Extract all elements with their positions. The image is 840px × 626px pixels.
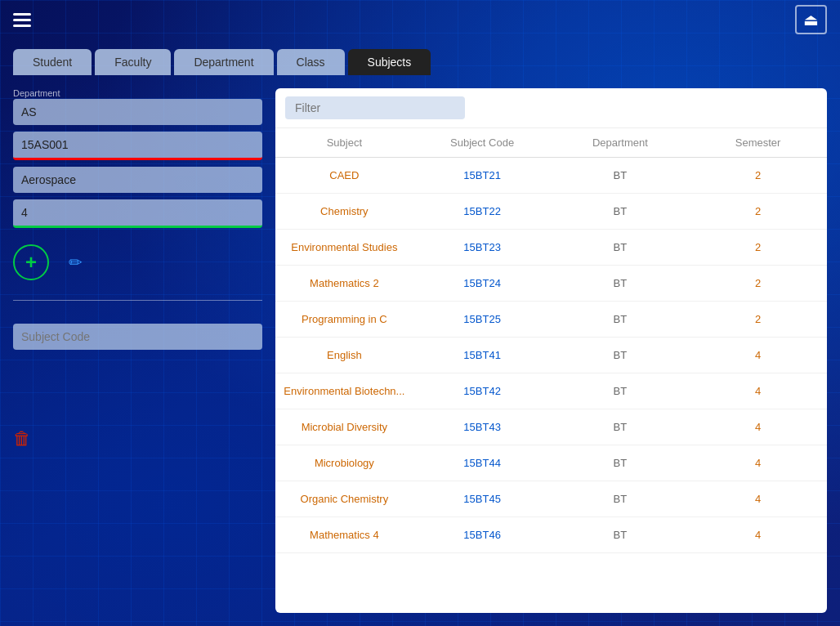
cell-subject: Mathematics 2 [275,277,413,289]
cell-code: 15BT24 [413,277,552,289]
cell-code: 15BT44 [413,457,552,469]
subject-code-group [13,132,262,160]
cell-code: 15BT46 [413,529,552,541]
cell-subject: Mathematics 4 [275,529,413,541]
tab-department[interactable]: Department [174,49,273,75]
logout-icon[interactable]: ⏏ [795,5,827,34]
content-area: Department + ✏ [0,75,840,626]
trash-icon: 🗑 [13,428,31,449]
cell-dept: BT [552,277,690,289]
table-row[interactable]: Microbiology 15BT44 BT 4 [275,445,827,481]
tab-class[interactable]: Class [277,49,345,75]
cell-subject: Environmental Studies [275,241,413,253]
cell-subject: Environmental Biotechn... [275,385,413,397]
semester-input[interactable] [13,199,262,228]
subject-name-input[interactable] [13,167,262,193]
cell-sem: 4 [689,421,827,433]
table-row[interactable]: Programming in C 15BT25 BT 2 [275,302,827,338]
hamburger-menu-icon[interactable] [13,13,31,27]
delete-button[interactable]: 🗑 [13,428,31,449]
cell-code: 15BT43 [413,421,552,433]
subject-name-group [13,167,262,193]
left-panel: Department + ✏ [13,88,262,613]
top-bar: ⏏ [0,0,840,39]
department-group: Department [13,88,262,125]
tab-subjects[interactable]: Subjects [348,49,431,75]
cell-subject: Microbial Diversity [275,421,413,433]
cell-code: 15BT45 [413,493,552,505]
cell-sem: 2 [689,313,827,325]
cell-subject: Organic Chemistry [275,493,413,505]
cell-sem: 2 [689,205,827,217]
cell-dept: BT [552,457,690,469]
cell-sem: 2 [689,169,827,181]
table-row[interactable]: Environmental Studies 15BT23 BT 2 [275,230,827,266]
cell-sem: 4 [689,493,827,505]
edit-button[interactable]: ✏ [69,253,83,272]
right-panel: Subject Subject Code Department Semester… [275,88,827,613]
table-row[interactable]: English 15BT41 BT 4 [275,338,827,373]
table-header: Subject Subject Code Department Semester [275,128,827,158]
table-row[interactable]: Mathematics 4 15BT46 BT 4 [275,517,827,553]
cell-code: 15BT22 [413,205,552,217]
add-icon: + [25,251,37,274]
header-subject: Subject [275,136,413,149]
add-button[interactable]: + [13,244,49,280]
cell-subject: Chemistry [275,205,413,217]
table-row[interactable]: Chemistry 15BT22 BT 2 [275,194,827,230]
cell-sem: 4 [689,529,827,541]
delete-section: 🗑 [13,422,262,449]
cell-sem: 4 [689,385,827,397]
subject-code-input-top[interactable] [13,132,262,160]
cell-dept: BT [552,493,690,505]
action-buttons: + ✏ [13,235,262,290]
table-row[interactable]: Organic Chemistry 15BT45 BT 4 [275,481,827,517]
divider [13,300,262,301]
cell-code: 15BT21 [413,169,552,181]
table-row[interactable]: Mathematics 2 15BT24 BT 2 [275,266,827,302]
department-input[interactable] [13,99,262,125]
table-body: CAED 15BT21 BT 2 Chemistry 15BT22 BT 2 E… [275,158,827,613]
cell-dept: BT [552,421,690,433]
table-row[interactable]: CAED 15BT21 BT 2 [275,158,827,194]
cell-subject: Programming in C [275,313,413,325]
cell-code: 15BT42 [413,385,552,397]
cell-subject: English [275,349,413,361]
header-code: Subject Code [413,136,552,149]
table-row[interactable]: Environmental Biotechn... 15BT42 BT 4 [275,373,827,409]
filter-bar [275,88,827,128]
subject-code-bottom-group [13,324,262,350]
cell-dept: BT [552,385,690,397]
cell-sem: 4 [689,349,827,361]
cell-dept: BT [552,169,690,181]
department-label: Department [13,88,262,98]
cell-sem: 2 [689,241,827,253]
cell-dept: BT [552,313,690,325]
filter-input[interactable] [285,96,465,119]
cell-code: 15BT25 [413,313,552,325]
cell-dept: BT [552,349,690,361]
tab-student[interactable]: Student [13,49,92,75]
table-row[interactable]: Microbial Diversity 15BT43 BT 4 [275,409,827,445]
subject-code-search-input[interactable] [13,324,262,350]
cell-subject: CAED [275,169,413,181]
tab-faculty[interactable]: Faculty [95,49,171,75]
cell-dept: BT [552,205,690,217]
cell-dept: BT [552,241,690,253]
cell-subject: Microbiology [275,457,413,469]
cell-code: 15BT23 [413,241,552,253]
cell-dept: BT [552,529,690,541]
cell-sem: 4 [689,457,827,469]
header-department: Department [552,136,690,149]
nav-tabs: Student Faculty Department Class Subject… [0,39,840,75]
semester-group [13,199,262,228]
cell-code: 15BT41 [413,349,552,361]
cell-sem: 2 [689,277,827,289]
pencil-icon: ✏ [69,253,83,271]
header-semester: Semester [689,136,827,149]
